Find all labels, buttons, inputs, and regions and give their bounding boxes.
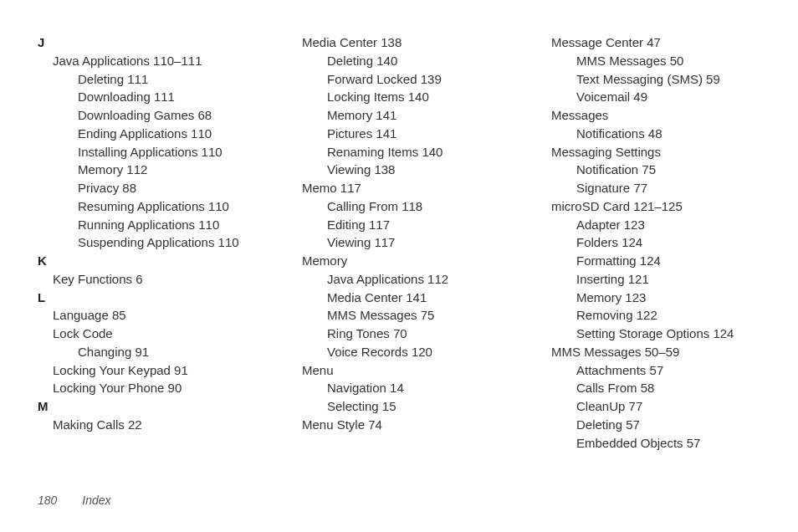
index-subentry: Suspending Applications 110 bbox=[38, 233, 253, 252]
index-subentry: Deleting 140 bbox=[287, 52, 503, 70]
index-entry: Memory bbox=[287, 252, 503, 270]
index-subentry: Locking Items 140 bbox=[287, 88, 503, 106]
index-subentry: Ring Tones 70 bbox=[287, 325, 503, 343]
index-entry: Messaging Settings bbox=[536, 143, 752, 161]
index-entry: Java Applications 110–111 bbox=[38, 52, 253, 70]
page-number: 180 bbox=[38, 494, 57, 507]
index-entry: microSD Card 121–125 bbox=[536, 197, 752, 216]
index-subentry: Notification 75 bbox=[536, 161, 752, 179]
index-subentry: Renaming Items 140 bbox=[287, 143, 503, 161]
index-subentry: Pictures 141 bbox=[287, 125, 503, 143]
index-subentry: Memory 112 bbox=[38, 161, 253, 179]
index-entry: Memo 117 bbox=[287, 179, 503, 197]
index-subentry: Deleting 111 bbox=[38, 70, 253, 89]
index-subentry: Attachments 57 bbox=[536, 361, 752, 380]
index-subentry: Calls From 58 bbox=[536, 379, 752, 397]
index-subentry: Viewing 138 bbox=[287, 161, 503, 179]
index-entry: Key Functions 6 bbox=[38, 270, 253, 289]
index-subentry: Notifications 48 bbox=[536, 125, 752, 143]
index-subentry: Inserting 121 bbox=[536, 270, 752, 289]
index-subentry: Embedded Objects 57 bbox=[536, 434, 752, 453]
index-subentry: Memory 141 bbox=[287, 106, 503, 125]
index-subentry: Selecting 15 bbox=[287, 397, 503, 416]
index-subentry: Navigation 14 bbox=[287, 379, 503, 397]
index-column-1: J Java Applications 110–111 Deleting 111… bbox=[38, 33, 253, 468]
index-subentry: Deleting 57 bbox=[536, 416, 752, 434]
index-subentry: Running Applications 110 bbox=[38, 216, 253, 234]
index-subentry: Downloading 111 bbox=[38, 88, 253, 106]
index-subentry: Privacy 88 bbox=[38, 179, 253, 197]
index-entry: Menu bbox=[287, 361, 503, 380]
page-footer: 180 Index bbox=[38, 492, 111, 509]
index-subentry: Media Center 141 bbox=[287, 289, 503, 307]
index-entry: Making Calls 22 bbox=[38, 416, 253, 434]
index-subentry: Calling From 118 bbox=[287, 197, 503, 216]
index-subentry: Memory 123 bbox=[536, 289, 752, 307]
index-subentry: Editing 117 bbox=[287, 216, 503, 234]
index-subentry: CleanUp 77 bbox=[536, 397, 752, 416]
index-subentry: Installing Applications 110 bbox=[38, 143, 253, 161]
index-entry: Menu Style 74 bbox=[287, 416, 503, 434]
index-subentry: Voice Records 120 bbox=[287, 343, 503, 361]
index-entry: Locking Your Phone 90 bbox=[38, 379, 253, 397]
index-subentry: Ending Applications 110 bbox=[38, 125, 253, 143]
index-entry: Media Center 138 bbox=[287, 33, 503, 52]
index-subentry: MMS Messages 50 bbox=[536, 52, 752, 70]
index-subentry: Setting Storage Options 124 bbox=[536, 325, 752, 343]
index-subentry: Text Messaging (SMS) 59 bbox=[536, 70, 752, 89]
index-column-3: Message Center 47 MMS Messages 50 Text M… bbox=[536, 33, 752, 468]
index-entry: Messages bbox=[536, 106, 752, 125]
index-entry: Locking Your Keypad 91 bbox=[38, 361, 253, 380]
index-entry: Lock Code bbox=[38, 325, 253, 343]
index-columns: J Java Applications 110–111 Deleting 111… bbox=[38, 33, 752, 468]
index-letter-m: M bbox=[38, 397, 253, 416]
index-column-2: Media Center 138 Deleting 140 Forward Lo… bbox=[287, 33, 503, 468]
index-subentry: Adapter 123 bbox=[536, 216, 752, 234]
index-subentry: Forward Locked 139 bbox=[287, 70, 503, 89]
index-entry: Language 85 bbox=[38, 306, 253, 325]
index-entry: Message Center 47 bbox=[536, 33, 752, 52]
index-letter-l: L bbox=[38, 289, 253, 307]
index-subentry: Resuming Applications 110 bbox=[38, 197, 253, 216]
index-subentry: MMS Messages 75 bbox=[287, 306, 503, 325]
index-subentry: Voicemail 49 bbox=[536, 88, 752, 106]
index-subentry: Downloading Games 68 bbox=[38, 106, 253, 125]
index-subentry: Signature 77 bbox=[536, 179, 752, 197]
index-letter-j: J bbox=[38, 33, 253, 52]
index-subentry: Removing 122 bbox=[536, 306, 752, 325]
index-subentry: Java Applications 112 bbox=[287, 270, 503, 289]
index-subentry: Viewing 117 bbox=[287, 233, 503, 252]
index-letter-k: K bbox=[38, 252, 253, 270]
section-title: Index bbox=[82, 494, 110, 507]
index-entry: MMS Messages 50–59 bbox=[536, 343, 752, 361]
index-subentry: Folders 124 bbox=[536, 233, 752, 252]
index-subentry: Changing 91 bbox=[38, 343, 253, 361]
index-subentry: Formatting 124 bbox=[536, 252, 752, 270]
